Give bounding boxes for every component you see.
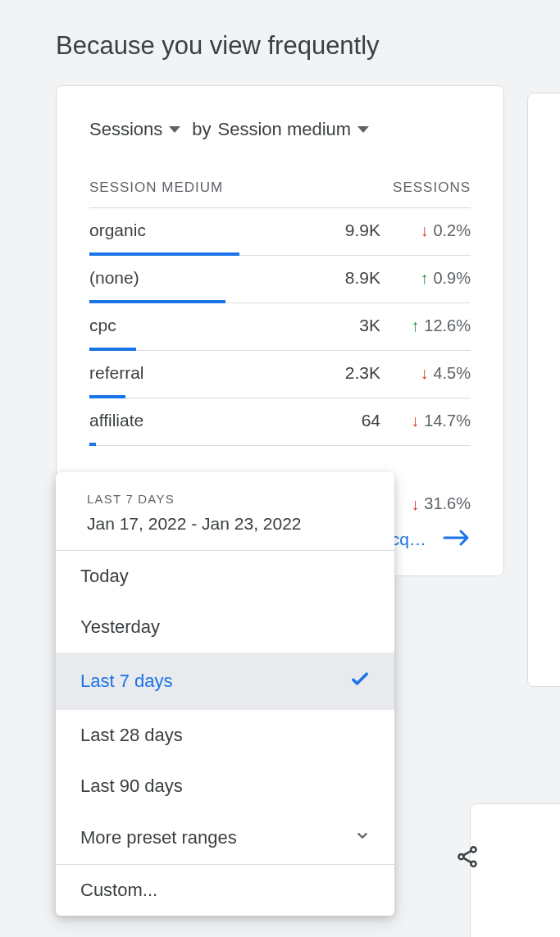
svg-point-2 [471,862,476,866]
row-bar [89,443,96,446]
table-row[interactable]: referral2.3K↓4.5% [89,351,471,398]
svg-point-0 [471,847,476,852]
row-metrics: 2.3K↓4.5% [331,363,471,383]
arrow-up-icon: ↑ [420,270,428,286]
svg-point-1 [458,854,463,859]
arrow-down-icon: ↓ [411,496,419,512]
date-option[interactable]: Today [56,551,394,602]
column-header-metric: SESSIONS [393,180,471,196]
caret-down-icon [357,126,369,133]
row-label: organic [89,221,146,240]
row-value: 64 [331,411,380,430]
arrow-down-icon: ↓ [420,222,428,239]
page-title: Because you view frequently [0,0,560,85]
change-value: 4.5% [433,364,471,383]
adjacent-card-peek-2 [470,803,560,937]
row-value: 9.9K [331,221,380,240]
date-option-label: Last 28 days [80,725,183,746]
change-value: 0.2% [433,221,471,240]
date-option-more-presets[interactable]: More preset ranges [56,812,394,865]
row-change: ↑12.6% [395,316,471,335]
custom-label: Custom... [80,880,157,901]
row-value: 8.9K [331,268,380,288]
row-label: (none) [89,268,139,288]
change-value: 0.9% [433,269,471,288]
row-metrics: 9.9K↓0.2% [331,221,471,240]
change-value: 14.7% [424,412,471,430]
date-popup-range: Jan 17, 2022 - Jan 23, 2022 [87,514,371,534]
table-header: SESSION MEDIUM SESSIONS [89,180,471,208]
card-header: Sessions by Session medium [89,119,471,140]
date-popup-header: LAST 7 DAYS Jan 17, 2022 - Jan 23, 2022 [56,472,394,551]
row-value: 2.3K [331,363,380,383]
date-option[interactable]: Last 7 days [56,653,394,710]
dimension-dropdown[interactable]: Session medium [218,119,370,140]
row-metrics: 64↓14.7% [331,411,471,430]
metric-dropdown[interactable]: Sessions [89,119,180,140]
date-option[interactable]: Yesterday [56,602,394,653]
more-presets-label: More preset ranges [80,827,237,848]
row-change: ↓4.5% [395,364,471,383]
table-row[interactable]: cpc3K↑12.6% [89,303,471,351]
row-metrics: 3K↑12.6% [331,316,471,335]
dimension-label: Session medium [218,119,352,140]
table-row[interactable]: affiliate64↓14.7% [89,398,471,446]
date-option-label: Yesterday [80,616,160,638]
row-change: ↓0.2% [395,221,471,240]
arrow-down-icon: ↓ [420,365,428,381]
footer-link[interactable]: cq… [391,530,426,549]
row-label: cpc [89,316,116,335]
change-value: 12.6% [424,316,471,335]
row-label: affiliate [89,411,143,430]
date-option-label: Today [80,566,129,587]
arrow-right-icon[interactable] [443,528,471,551]
date-option-custom[interactable]: Custom... [56,865,394,916]
check-icon [348,667,371,695]
share-icon[interactable] [455,844,480,872]
by-label: by [192,119,211,140]
date-option-label: Last 90 days [80,776,183,797]
arrow-down-icon: ↓ [411,412,419,429]
date-option[interactable]: Last 90 days [56,761,394,812]
row-metrics: 8.9K↑0.9% [331,268,471,288]
overflow-row-change: ↓ 31.6% [411,494,471,513]
chevron-down-icon [353,826,371,849]
row-label: referral [89,363,144,383]
column-header-dimension: SESSION MEDIUM [89,180,223,196]
row-change: ↓14.7% [395,412,471,430]
date-option[interactable]: Last 28 days [56,710,394,761]
date-popup-label: LAST 7 DAYS [87,492,371,506]
arrow-up-icon: ↑ [411,317,419,334]
date-option-label: Last 7 days [80,671,173,692]
change-value: 31.6% [424,494,471,513]
date-range-popup: LAST 7 DAYS Jan 17, 2022 - Jan 23, 2022 … [56,472,394,916]
table-row[interactable]: organic9.9K↓0.2% [89,208,471,256]
row-value: 3K [331,316,380,335]
caret-down-icon [169,126,180,133]
table-row[interactable]: (none)8.9K↑0.9% [89,256,471,303]
adjacent-card-peek [527,93,560,687]
row-change: ↑0.9% [395,269,471,288]
metric-label: Sessions [89,119,162,140]
